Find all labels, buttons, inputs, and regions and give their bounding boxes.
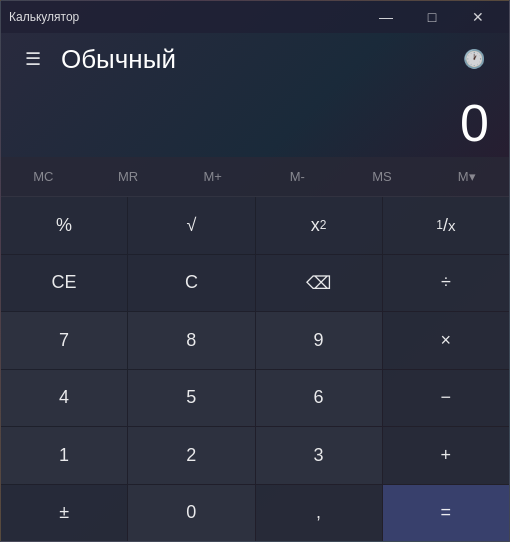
calc-btn-__x[interactable]: 1/x <box>383 197 509 254</box>
calculator-mode-title: Обычный <box>61 44 455 75</box>
minimize-button[interactable]: — <box>363 1 409 33</box>
calc-btn-_[interactable]: % <box>1 197 127 254</box>
calc-btn-_[interactable]: , <box>256 485 382 542</box>
calc-btn-3[interactable]: 3 <box>256 427 382 484</box>
calc-btn-9[interactable]: 9 <box>256 312 382 369</box>
button-grid: %√x21/xCEC⌫÷789×456−123+±0,= <box>1 197 509 541</box>
titlebar: Калькулятор — □ ✕ <box>1 1 509 33</box>
calc-btn-_[interactable]: + <box>383 427 509 484</box>
calc-btn-2[interactable]: 2 <box>128 427 254 484</box>
memory-btn-mc[interactable]: MC <box>1 157 86 196</box>
calc-btn-7[interactable]: 7 <box>1 312 127 369</box>
calc-btn-_[interactable]: × <box>383 312 509 369</box>
display-value: 0 <box>460 97 489 149</box>
memory-btn-mr[interactable]: MR <box>86 157 171 196</box>
calc-btn-C[interactable]: C <box>128 255 254 312</box>
history-button[interactable]: 🕐 <box>455 44 493 74</box>
calc-btn-_[interactable]: = <box>383 485 509 542</box>
calc-btn-_[interactable]: ⌫ <box>256 255 382 312</box>
calc-btn-_[interactable]: √ <box>128 197 254 254</box>
memory-btn-m-[interactable]: M- <box>255 157 340 196</box>
memory-btn-mmore[interactable]: M▾ <box>424 157 509 196</box>
calculator-window: Калькулятор — □ ✕ ☰ Обычный 🕐 0 MCMRM+M-… <box>0 0 510 542</box>
display-area: 0 <box>1 85 509 157</box>
calc-btn-x_[interactable]: x2 <box>256 197 382 254</box>
window-title: Калькулятор <box>9 10 79 24</box>
calculator-body: MCMRM+M-MSM▾ %√x21/xCEC⌫÷789×456−123+±0,… <box>1 157 509 541</box>
window-controls: — □ ✕ <box>363 1 501 33</box>
memory-row: MCMRM+M-MSM▾ <box>1 157 509 197</box>
calc-btn-6[interactable]: 6 <box>256 370 382 427</box>
calc-btn-_[interactable]: ÷ <box>383 255 509 312</box>
app-header: ☰ Обычный 🕐 <box>1 33 509 85</box>
calc-btn-4[interactable]: 4 <box>1 370 127 427</box>
menu-button[interactable]: ☰ <box>17 44 49 74</box>
calc-btn-_[interactable]: − <box>383 370 509 427</box>
close-button[interactable]: ✕ <box>455 1 501 33</box>
calc-btn-1[interactable]: 1 <box>1 427 127 484</box>
maximize-button[interactable]: □ <box>409 1 455 33</box>
calc-btn-0[interactable]: 0 <box>128 485 254 542</box>
calc-btn-8[interactable]: 8 <box>128 312 254 369</box>
memory-btn-m+[interactable]: M+ <box>170 157 255 196</box>
calc-btn-_[interactable]: ± <box>1 485 127 542</box>
calc-btn-5[interactable]: 5 <box>128 370 254 427</box>
calc-btn-CE[interactable]: CE <box>1 255 127 312</box>
memory-btn-ms[interactable]: MS <box>340 157 425 196</box>
